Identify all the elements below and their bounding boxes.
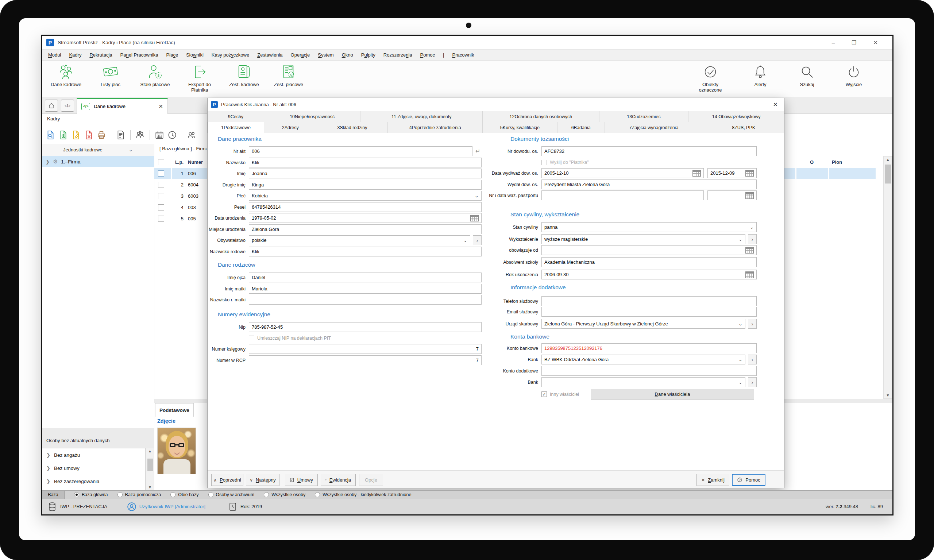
paszport-data-input[interactable] <box>708 191 757 200</box>
menu-kasy-pozyczkowe[interactable]: Kasy pożyczkowe <box>208 49 253 60</box>
baza-tab[interactable]: Baza <box>42 491 65 499</box>
pesel-input[interactable]: 64785426314 <box>249 202 482 212</box>
current-user[interactable]: Użytkownik IWP [Administrator] <box>139 504 205 509</box>
menu-kadry[interactable]: Kadry <box>65 49 85 60</box>
bank2-lookup-button[interactable]: › <box>748 377 757 387</box>
menu-operacje[interactable]: Operacje <box>287 49 314 60</box>
zamknij-button[interactable]: ✕Zamknij <box>697 474 729 486</box>
expand-icon[interactable]: ❯ <box>46 159 49 165</box>
delete-record-icon[interactable] <box>84 130 94 140</box>
calendar-icon[interactable] <box>745 271 754 278</box>
toolbar-zest-kadrowe[interactable]: Zest. kadrowe <box>227 63 261 87</box>
minimize-button[interactable]: – <box>832 39 835 46</box>
tab-ochrona-danych[interactable]: 12 Ochrona danych osobowych <box>483 111 599 122</box>
poprzedni-button[interactable]: ∧Poprzedni <box>211 474 243 486</box>
tab-obowiazek-wojskowy[interactable]: 14 Obowiązek wojskowy <box>688 111 784 122</box>
wyslij-platnika-checkbox[interactable] <box>542 160 547 165</box>
radio-wszystkie-osoby-kiedykolwiek[interactable]: Wszystkie osoby - kiedykolwiek zatrudnio… <box>315 492 411 497</box>
telefon-input[interactable] <box>542 296 757 306</box>
absolwent-input[interactable]: Akademia Mechaniczna <box>542 257 757 267</box>
toolbar-szukaj[interactable]: Szukaj <box>790 63 824 87</box>
view-record-icon[interactable] <box>46 130 55 140</box>
tab-badania[interactable]: 6 Badania <box>557 122 605 133</box>
row-checkbox[interactable] <box>158 215 164 222</box>
radio-baza-glowna[interactable]: Baza główna <box>74 492 108 497</box>
radio-obie-bazy[interactable]: Obie bazy <box>170 492 198 497</box>
paszport-nr-input[interactable] <box>542 191 704 200</box>
tab-podstawowe[interactable]: 1 Podstawowe <box>208 122 264 133</box>
split-view-button[interactable]: ◁▷ <box>61 100 74 112</box>
column-header-pion[interactable]: Pion <box>832 156 842 168</box>
tree-header[interactable]: Jednostki kadrowe ⌄ <box>42 144 154 155</box>
ewidencja-button[interactable]: Ewidencja <box>321 474 356 486</box>
calendar-icon[interactable] <box>745 192 754 199</box>
tab-close-icon[interactable]: ✕ <box>158 103 163 110</box>
wyksztalcenie-lookup-button[interactable]: › <box>748 234 757 244</box>
radio-baza-pomocnicza[interactable]: Baza pomocnicza <box>117 492 161 497</box>
toolbar-eksport-platnika[interactable]: Eksport do Płatnika <box>183 63 216 93</box>
menu-pomoc[interactable]: Pomoc <box>416 49 439 60</box>
menu-rozszerzenia[interactable]: Rozszerzenia <box>379 49 416 60</box>
menu-pracownik[interactable]: Pracownik <box>448 49 478 60</box>
nazwisko-input[interactable]: Klik <box>249 158 482 168</box>
konto-bankowe-input[interactable]: 1298359875123512092176 <box>542 343 757 353</box>
toolbar-obiekty-oznaczone[interactable]: Obiekty oznaczone <box>690 63 731 93</box>
urzad-skarbowy-select[interactable]: Zielona Góra - Pierwszy Urząd Skarbowy w… <box>542 319 745 329</box>
wyksztalcenie-select[interactable]: wyższe magisterskie⌄ <box>542 234 745 244</box>
tab-podstawowe-preview[interactable]: Podstawowe <box>155 403 194 417</box>
tab-niepelnosprawnosc[interactable]: 10 Niepełnosprawność <box>264 111 361 122</box>
tab-cechy[interactable]: 9 Cechy <box>208 111 264 122</box>
menu-modul[interactable]: Moduł <box>44 49 65 60</box>
calendar-icon[interactable] <box>155 130 164 140</box>
menu-zestawienia[interactable]: Zestawienia <box>253 49 286 60</box>
no-data-scrollbar[interactable]: ▲ ▼ <box>146 448 154 490</box>
dialog-close-icon[interactable]: ✕ <box>773 101 781 108</box>
toolbar-dane-kadrowe[interactable]: Dane kadrowe <box>49 63 83 87</box>
konto-dodatkowe-input[interactable] <box>542 366 757 376</box>
clock-icon[interactable] <box>168 130 177 140</box>
urzad-lookup-button[interactable]: › <box>748 319 757 329</box>
tab-cudzoziemiec[interactable]: 13 Cudzoziemiec <box>599 111 689 122</box>
column-header-lp[interactable]: L.p. <box>167 156 183 168</box>
select-all-checkbox[interactable] <box>158 156 167 168</box>
menu-slowniki[interactable]: Słowniki <box>182 49 208 60</box>
imie-matki-input[interactable]: Mariola <box>249 284 482 294</box>
tree-item-firma[interactable]: ❯ ⚙ 1.–Firma <box>42 156 154 167</box>
tab-dane-kadrowe[interactable]: </> Dane kadrowe ✕ <box>77 98 168 114</box>
calendar-icon[interactable] <box>745 247 754 254</box>
column-header-o[interactable]: O <box>796 156 828 168</box>
list-scrollbar[interactable]: ▲ ▼ <box>883 156 892 399</box>
toolbar-stale-placowe[interactable]: $ Stałe płacowe <box>138 63 172 87</box>
inny-wlasciciel-checkbox[interactable]: ✓ <box>542 391 547 397</box>
tab-kursy-kwalifikacje[interactable]: 5 Kursy, kwalifikacje <box>483 122 557 133</box>
calendar-icon[interactable] <box>692 170 701 177</box>
tab-sklad-rodziny[interactable]: 3 Skład rodziny <box>317 122 388 133</box>
menu-system[interactable]: System <box>314 49 337 60</box>
contract-icon[interactable] <box>116 130 126 140</box>
list-item-bez-zaszeregowania[interactable]: ❯Bez zaszeregowania <box>42 475 145 488</box>
stan-cywilny-select[interactable]: panna⌄ <box>542 222 757 232</box>
restore-button[interactable]: ❐ <box>852 39 856 46</box>
toolbar-wyjscie[interactable]: Wyjście <box>837 63 871 87</box>
tab-adresy[interactable]: 2 Adresy <box>264 122 317 133</box>
toolbar-listy-plac[interactable]: Listy płac <box>94 63 127 87</box>
obywatelstwo-select[interactable]: polskie⌄ <box>249 235 470 245</box>
nr-dowodu-input[interactable]: AFC8732 <box>542 146 757 156</box>
photo-link[interactable]: Zdjęcie <box>157 418 175 424</box>
employees-icon[interactable] <box>135 130 145 140</box>
list-item-bez-umowy[interactable]: ❯Bez umowy <box>42 462 145 475</box>
tab-zdjecie-uwagi[interactable]: 11 Zdjęcie, uwagi, dokumenty <box>360 111 483 122</box>
email-input[interactable] <box>542 307 757 317</box>
row-checkbox[interactable] <box>158 204 164 211</box>
row-checkbox[interactable] <box>158 170 164 177</box>
data-urodzenia-input[interactable]: 1979-05-02 <box>249 213 482 223</box>
bank1-lookup-button[interactable]: › <box>748 355 757 365</box>
pomoc-button[interactable]: Pomoc <box>732 474 765 486</box>
persons-icon[interactable] <box>187 130 196 140</box>
radio-wszystkie-osoby[interactable]: Wszystkie osoby <box>264 492 305 497</box>
print-icon[interactable] <box>97 130 106 140</box>
column-header-numer[interactable]: Numer <box>188 156 203 168</box>
close-button[interactable]: ✕ <box>873 39 878 46</box>
nr-akt-input[interactable]: 006 <box>249 146 472 156</box>
add-record-icon[interactable] <box>58 130 68 140</box>
